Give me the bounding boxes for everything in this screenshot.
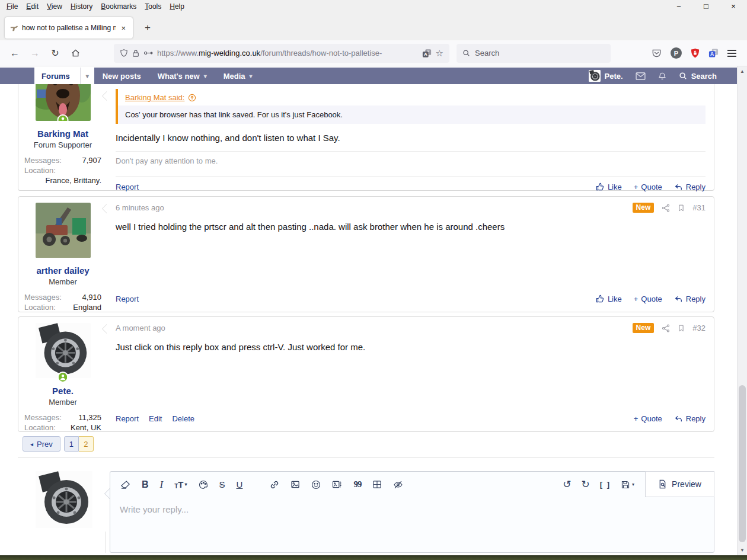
new-tab-button[interactable]: + [140, 20, 155, 36]
like-button[interactable]: Like [596, 183, 622, 191]
insert-link-icon[interactable] [270, 480, 279, 489]
post-number-link[interactable]: #32 [692, 324, 706, 332]
back-button[interactable]: ← [5, 44, 25, 62]
scrollbar-thumb[interactable] [739, 385, 746, 542]
nav-tab-new-posts[interactable]: New posts [94, 68, 149, 84]
bbcode-toggle-icon[interactable]: [ ] [600, 480, 611, 489]
page-scrollbar[interactable]: ▲ ▼ [737, 66, 747, 555]
scroll-down-icon[interactable]: ▼ [738, 545, 747, 555]
reply-button[interactable]: Reply [674, 183, 706, 191]
reply-button[interactable]: Reply [674, 295, 706, 303]
menu-edit[interactable]: Edit [22, 1, 43, 12]
page-2-current[interactable]: 2 [79, 436, 94, 452]
prev-page-button[interactable]: ◂ Prev [23, 436, 60, 452]
forward-button[interactable]: → [25, 44, 45, 62]
reply-button[interactable]: Reply [674, 414, 706, 423]
lock-icon[interactable] [132, 49, 139, 57]
account-menu[interactable]: Pete. [589, 70, 623, 82]
close-button[interactable]: × [720, 0, 747, 13]
author-username[interactable]: Pete. [24, 386, 101, 396]
translate-extension-icon[interactable]: A [708, 48, 719, 58]
goto-quoted-post-icon[interactable] [188, 94, 196, 102]
quote-button[interactable]: +Quote [634, 414, 662, 423]
insert-quote-icon[interactable]: 99 [353, 479, 361, 489]
redo-icon[interactable]: ↻ [581, 479, 589, 489]
report-link[interactable]: Report [116, 183, 139, 191]
minimize-button[interactable]: − [665, 0, 692, 13]
forum-search-button[interactable]: Search [679, 72, 717, 81]
italic-icon[interactable]: I [160, 479, 164, 491]
browser-search-field[interactable]: Search [456, 44, 611, 63]
menu-help[interactable]: Help [165, 1, 189, 12]
author-username[interactable]: Barking Mat [24, 129, 101, 139]
strikethrough-icon[interactable]: S [219, 479, 225, 489]
post-timestamp[interactable]: 6 minutes ago [116, 203, 164, 212]
insert-image-icon[interactable] [290, 480, 300, 489]
reply-editor[interactable]: B I TT▾ S U [110, 471, 714, 553]
menu-tools[interactable]: Tools [141, 1, 165, 12]
nav-tab-whats-new[interactable]: What's new ▾ [149, 68, 215, 84]
avatar[interactable] [36, 323, 91, 378]
maximize-button[interactable]: □ [692, 0, 720, 13]
menu-file[interactable]: File [2, 1, 22, 12]
forums-dropdown-icon[interactable]: ▾ [80, 68, 94, 84]
tab-close-icon[interactable]: × [119, 24, 127, 33]
post-timestamp[interactable]: A moment ago [116, 324, 165, 332]
avatar[interactable] [36, 84, 91, 121]
browser-tab[interactable]: how not to palletise a Milling m × [5, 17, 133, 39]
author-username[interactable]: arther dailey [24, 265, 101, 276]
underline-icon[interactable]: U [237, 479, 243, 489]
undo-icon[interactable]: ↺ [563, 479, 571, 489]
share-icon[interactable] [662, 204, 670, 212]
report-link[interactable]: Report [116, 414, 139, 423]
translate-icon[interactable]: A [422, 49, 432, 58]
bookmark-icon[interactable] [678, 204, 685, 212]
reply-input-placeholder[interactable]: Write your reply... [110, 497, 714, 521]
font-size-icon[interactable]: TT▾ [174, 479, 187, 489]
scroll-up-icon[interactable]: ▲ [738, 66, 747, 76]
privacy-extension-icon[interactable]: P [671, 47, 682, 59]
bold-icon[interactable]: B [142, 479, 149, 490]
menu-view[interactable]: View [43, 1, 66, 12]
drafts-icon[interactable]: ▾ [621, 480, 634, 489]
edit-link[interactable]: Edit [149, 414, 162, 423]
menu-bookmarks[interactable]: Bookmarks [97, 1, 141, 12]
spoiler-eye-slash-icon[interactable] [393, 480, 403, 489]
messages-count[interactable]: 11,325 [78, 412, 101, 423]
preview-button[interactable]: Preview [645, 471, 714, 497]
messages-count[interactable]: 4,910 [82, 292, 101, 302]
bookmark-icon[interactable] [678, 324, 685, 332]
nav-tab-forums[interactable]: Forums ▾ [34, 68, 94, 84]
avatar[interactable] [36, 203, 91, 258]
quote-attribution-link[interactable]: Barking Mat said: [125, 93, 184, 102]
address-bar[interactable]: https://www.mig-welding.co.uk/forum/thre… [114, 44, 449, 63]
adblock-shield-icon[interactable] [691, 48, 700, 58]
smilie-icon[interactable] [311, 480, 321, 489]
insert-table-icon[interactable] [372, 480, 382, 489]
like-button[interactable]: Like [596, 295, 622, 303]
quote-button[interactable]: +Quote [634, 183, 662, 191]
home-button[interactable] [65, 44, 85, 62]
inbox-envelope-icon[interactable] [636, 72, 646, 80]
reply-avatar[interactable] [18, 471, 110, 553]
share-icon[interactable] [662, 324, 670, 332]
post-number-link[interactable]: #31 [692, 203, 706, 212]
insert-media-icon[interactable] [332, 480, 342, 489]
bookmark-star-icon[interactable]: ☆ [436, 48, 443, 59]
messages-count[interactable]: 7,907 [82, 155, 101, 165]
delete-link[interactable]: Delete [172, 414, 194, 423]
permissions-icon[interactable] [143, 50, 153, 56]
hamburger-menu-icon[interactable] [727, 50, 736, 57]
nav-tab-media[interactable]: Media ▾ [215, 68, 261, 84]
report-link[interactable]: Report [116, 295, 139, 303]
menu-bar: File Edit View History Bookmarks Tools H… [0, 0, 747, 13]
alerts-bell-icon[interactable] [658, 72, 666, 81]
tracking-shield-icon[interactable] [120, 49, 128, 57]
page-1-button[interactable]: 1 [64, 436, 79, 452]
quote-button[interactable]: +Quote [634, 295, 662, 303]
remove-format-icon[interactable] [120, 480, 130, 489]
text-color-icon[interactable] [199, 480, 208, 489]
pocket-icon[interactable] [652, 48, 662, 58]
menu-history[interactable]: History [66, 1, 97, 12]
reload-button[interactable]: ↻ [45, 44, 65, 62]
